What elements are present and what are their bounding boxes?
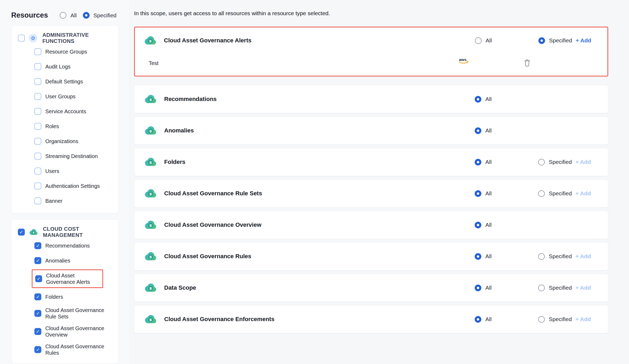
resource-row-cag-rules: $ Cloud Asset Governance Rules All Speci… bbox=[134, 242, 608, 270]
sidebar-item-roles[interactable]: Roles bbox=[18, 119, 112, 134]
add-button[interactable]: + Add bbox=[575, 190, 595, 197]
add-button[interactable]: + Add bbox=[576, 37, 595, 44]
checkbox[interactable] bbox=[34, 168, 41, 175]
sidebar-item-user-groups[interactable]: User Groups bbox=[18, 89, 112, 104]
checkbox[interactable] bbox=[34, 183, 41, 189]
all-radio[interactable] bbox=[475, 316, 481, 323]
all-label: All bbox=[485, 96, 491, 102]
all-radio[interactable] bbox=[475, 190, 481, 197]
sidebar-item-cag-overview[interactable]: Cloud Asset Governance Overview bbox=[18, 322, 112, 341]
sidebar-item-anomalies[interactable]: Anomalies bbox=[18, 253, 112, 268]
sidebar-item-service-accounts[interactable]: Service Accounts bbox=[18, 104, 112, 119]
specified-label: Specified bbox=[549, 285, 572, 291]
all-radio[interactable] bbox=[475, 96, 481, 103]
group-cloud-cost-management: $ CLOUD COST MANAGEMENT Recommendations … bbox=[11, 219, 119, 364]
cloud-dollar-icon: $ bbox=[144, 220, 157, 230]
add-button[interactable]: + Add bbox=[575, 316, 595, 322]
checkbox[interactable] bbox=[34, 197, 41, 204]
all-radio[interactable] bbox=[475, 37, 482, 44]
group-administrative-functions: ADMINISTRATIVE FUNCTIONS Resource Groups… bbox=[11, 25, 119, 213]
checkbox[interactable] bbox=[34, 123, 41, 130]
all-radio[interactable] bbox=[475, 222, 481, 228]
resources-scope-page: Resources All Specified ADMINISTRATIVE F… bbox=[0, 0, 629, 364]
sidebar-item-organizations[interactable]: Organizations bbox=[18, 134, 112, 149]
all-label: All bbox=[485, 316, 491, 322]
sidebar-item-recommendations[interactable]: Recommendations bbox=[18, 238, 112, 253]
checkbox[interactable] bbox=[34, 48, 41, 55]
group-checkbox[interactable] bbox=[18, 35, 25, 42]
checkbox[interactable] bbox=[34, 93, 41, 100]
svg-text:$: $ bbox=[150, 98, 152, 102]
resource-types-panel: In this scope, users get access to all r… bbox=[130, 0, 629, 364]
sidebar-item-cag-rule-sets[interactable]: Cloud Asset Governance Rule Sets bbox=[18, 304, 112, 322]
checkbox[interactable] bbox=[35, 275, 42, 282]
resource-title: Cloud Asset Governance Alerts bbox=[164, 37, 251, 44]
resource-row-cag-enforcements: $ Cloud Asset Governance Enforcements Al… bbox=[134, 305, 608, 333]
resource-title: Cloud Asset Governance Enforcements bbox=[164, 316, 275, 323]
gear-icon bbox=[29, 34, 37, 42]
trash-icon[interactable] bbox=[524, 59, 531, 68]
resource-row-folders: $ Folders All Specified + Add bbox=[134, 148, 608, 176]
checkbox[interactable] bbox=[34, 78, 41, 85]
row-controls: All Specified + Add bbox=[475, 159, 595, 165]
checkbox[interactable] bbox=[34, 63, 41, 70]
scope-specified-radio[interactable] bbox=[83, 12, 90, 19]
row-controls: All Specified + Add bbox=[475, 285, 595, 291]
all-radio[interactable] bbox=[475, 159, 481, 165]
sidebar-header: Resources All Specified bbox=[11, 0, 119, 19]
sidebar-item-banner[interactable]: Banner bbox=[18, 193, 112, 208]
svg-text:aws: aws bbox=[459, 57, 466, 62]
group-checkbox[interactable] bbox=[18, 229, 25, 236]
sidebar-item-cag-rules[interactable]: Cloud Asset Governance Rules bbox=[18, 341, 112, 359]
specified-radio[interactable] bbox=[538, 253, 545, 260]
add-button[interactable]: + Add bbox=[575, 285, 595, 291]
checkbox[interactable] bbox=[34, 138, 41, 145]
add-button[interactable]: + Add bbox=[575, 159, 595, 165]
row-controls: All Specified + Add bbox=[475, 127, 595, 134]
resource-rows: $ Cloud Asset Governance Alerts All Spec… bbox=[134, 27, 608, 337]
all-radio[interactable] bbox=[475, 285, 481, 291]
checkbox[interactable] bbox=[34, 328, 41, 335]
specified-radio[interactable] bbox=[538, 316, 545, 323]
checkbox[interactable] bbox=[34, 153, 41, 160]
cloud-dollar-icon: $ bbox=[144, 189, 157, 198]
specified-label: Specified bbox=[549, 159, 572, 165]
svg-text:$: $ bbox=[33, 231, 34, 234]
specified-radio[interactable] bbox=[538, 37, 545, 44]
sidebar-item-streaming-destination[interactable]: Streaming Destination bbox=[18, 149, 112, 164]
svg-text:$: $ bbox=[150, 255, 152, 259]
resource-title: Recommendations bbox=[164, 96, 217, 103]
resource-row-anomalies: $ Anomalies All Specified + Add bbox=[134, 116, 608, 145]
sidebar-item-authentication-settings[interactable]: Authentication Settings bbox=[18, 179, 112, 193]
add-button[interactable]: + Add bbox=[575, 253, 595, 260]
checkbox[interactable] bbox=[34, 257, 41, 264]
checkbox[interactable] bbox=[34, 293, 41, 300]
checkbox[interactable] bbox=[34, 242, 41, 249]
resource-row-cag-overview: $ Cloud Asset Governance Overview All Sp… bbox=[134, 211, 608, 239]
resource-row-data-scope: $ Data Scope All Specified + Add bbox=[134, 274, 608, 302]
cloud-dollar-icon: $ bbox=[29, 229, 38, 236]
specified-radio[interactable] bbox=[538, 285, 545, 291]
sidebar-item-resource-groups[interactable]: Resource Groups bbox=[18, 44, 112, 59]
scope-all-radio[interactable] bbox=[60, 12, 66, 19]
row-controls: All Specified + Add bbox=[475, 96, 595, 103]
sidebar-item-audit-logs[interactable]: Audit Logs bbox=[18, 59, 112, 74]
specified-radio[interactable] bbox=[538, 190, 545, 197]
sidebar-item-default-settings[interactable]: Default Settings bbox=[18, 74, 112, 89]
specified-label: Specified bbox=[549, 253, 572, 260]
all-radio[interactable] bbox=[475, 253, 481, 260]
specified-radio[interactable] bbox=[538, 159, 545, 165]
cloud-dollar-icon: $ bbox=[144, 157, 157, 167]
sidebar-item-cloud-asset-governance-alerts-highlighted[interactable]: Cloud Asset Governance Alerts bbox=[32, 269, 103, 288]
checkbox[interactable] bbox=[34, 310, 41, 317]
specified-resource-name: Test bbox=[149, 60, 159, 66]
group-header: $ CLOUD COST MANAGEMENT bbox=[18, 226, 112, 238]
sidebar-item-folders[interactable]: Folders bbox=[18, 289, 112, 304]
row-controls: All Specified + Add bbox=[475, 190, 595, 197]
checkbox[interactable] bbox=[34, 346, 41, 353]
all-radio[interactable] bbox=[475, 127, 481, 134]
resource-row-recommendations: $ Recommendations All Specified + Add bbox=[134, 85, 608, 113]
svg-text:$: $ bbox=[150, 318, 152, 322]
checkbox[interactable] bbox=[34, 108, 41, 115]
sidebar-item-users[interactable]: Users bbox=[18, 164, 112, 179]
